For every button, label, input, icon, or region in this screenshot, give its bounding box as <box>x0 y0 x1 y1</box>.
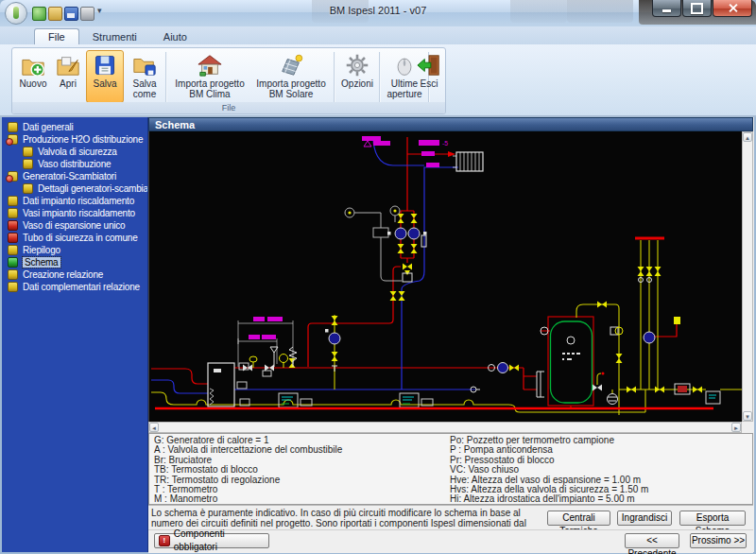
schema-panel-header: Schema <box>148 117 753 131</box>
sidebar-item-generatori-scambiatori[interactable]: Generatori-Scambiatori <box>2 170 147 182</box>
opzioni-button[interactable]: Opzioni <box>337 50 377 103</box>
exit-door-icon <box>416 51 442 79</box>
minimize-icon <box>662 9 671 12</box>
page-icon-green <box>8 257 18 268</box>
legend-left-column: G: Generatore di calore = 1 A : Valvola … <box>154 436 342 505</box>
bottom-bar: ! Componenti obbligatori << Precedente P… <box>148 529 753 553</box>
prossimo-button[interactable]: Prossimo >> <box>690 533 747 548</box>
page-icon <box>23 183 33 194</box>
scroll-right-icon[interactable]: ► <box>731 423 741 432</box>
scroll-down-icon[interactable]: ▼ <box>743 411 752 421</box>
ribbon-tab-row: File Strumenti Aiuto <box>0 26 756 44</box>
ribbon: Nuovo Apri Salva <box>0 44 756 117</box>
apri-button[interactable]: Apri <box>50 50 86 103</box>
precedente-button[interactable]: << Precedente <box>625 533 679 548</box>
legend-panel: G: Generatore di calore = 1 A : Valvola … <box>148 433 753 505</box>
schema-viewport[interactable]: -5 <box>148 131 742 422</box>
storage-tank <box>551 321 593 403</box>
page-icon <box>8 269 18 280</box>
section-icon <box>8 134 18 145</box>
importa-bm-solare-button[interactable]: Importa progetto BM Solare <box>250 50 332 103</box>
ingrandisci-button[interactable]: Ingrandisci <box>617 511 672 526</box>
section-icon <box>8 171 18 182</box>
page-icon <box>8 122 18 132</box>
sidebar-item-produzione-h2o[interactable]: Produzione H2O distribuzione <box>2 133 147 146</box>
importa-bm-clima-button[interactable]: Importa progetto BM Clima <box>169 50 250 103</box>
page-icon-red <box>8 233 18 243</box>
white-components <box>208 152 690 407</box>
house-import-icon <box>197 51 223 79</box>
window-title: BM Ispesl 2011 - v07 <box>0 5 756 16</box>
solar-panel-icon <box>278 51 304 79</box>
esporta-schema-button[interactable]: Esporta Schema <box>679 511 746 526</box>
sidebar-item-creazione-relazione[interactable]: Creazione relazione <box>2 268 147 281</box>
maximize-button[interactable] <box>682 0 712 17</box>
note-row: Lo schema è puramente indicativo. In cas… <box>148 505 753 530</box>
open-folder-icon <box>55 51 81 79</box>
sidebar-item-vaso-distribuzione[interactable]: Vaso distribuzione <box>2 158 147 170</box>
schema-vertical-scrollbar[interactable]: ▲ ▼ <box>742 131 753 422</box>
yellow-valves <box>289 214 703 393</box>
close-icon <box>728 3 738 13</box>
close-button[interactable] <box>713 0 752 17</box>
ribbon-group-file: Nuovo Apri Salva <box>11 47 446 114</box>
navigation-sidebar: Dati generali Produzione H2O distribuzio… <box>2 117 148 552</box>
svg-text:-5: -5 <box>442 140 448 147</box>
white-valves <box>214 365 602 391</box>
sidebar-item-schema[interactable]: Schema <box>2 256 147 268</box>
legend-right-column: Po: Pozzetto per termometro campione P :… <box>450 436 648 505</box>
scroll-up-icon[interactable]: ▲ <box>743 132 752 142</box>
ribbon-separator <box>165 52 167 109</box>
sidebar-item-riepilogo[interactable]: Riepilogo <box>2 244 147 256</box>
save-as-icon <box>131 51 158 79</box>
minimize-button[interactable] <box>652 0 681 17</box>
salva-come-button[interactable]: Salva come <box>124 50 165 103</box>
window-controls <box>651 0 752 17</box>
red-piping <box>151 137 677 408</box>
sidebar-item-vasi-impianto[interactable]: Vasi impianto riscaldamento <box>2 207 147 219</box>
tab-aiuto[interactable]: Aiuto <box>150 29 200 44</box>
maximize-icon <box>691 3 703 14</box>
save-floppy-icon <box>93 51 117 79</box>
sidebar-item-dati-generali[interactable]: Dati generali <box>2 121 147 133</box>
legend-entry: Hi: Altezza idrostatica dell'impianto = … <box>450 494 648 504</box>
sidebar-item-vaso-espansione-unico[interactable]: Vaso di espansione unico <box>2 219 147 232</box>
schema-horizontal-scrollbar[interactable]: ◄ ► <box>148 422 742 433</box>
sidebar-item-valvola-di-sicurezza[interactable]: Valvola di sicurezza <box>2 146 147 158</box>
ribbon-separator <box>334 52 335 109</box>
tab-file[interactable]: File <box>34 28 79 44</box>
gear-icon <box>345 51 369 79</box>
blue-piping <box>151 137 475 393</box>
ribbon-group-label: File <box>12 102 445 113</box>
sidebar-item-tubo-sicurezza[interactable]: Tubo di sicurezza in comune <box>2 232 147 244</box>
componenti-obbligatori-button[interactable]: ! Componenti obbligatori <box>154 533 269 548</box>
title-bar: ▾ BM Ispesl 2011 - v07 <box>0 0 756 27</box>
centrali-termiche-button[interactable]: Centrali Termiche <box>547 511 610 526</box>
main-content: Schema <box>148 117 754 552</box>
scroll-left-icon[interactable]: ◄ <box>149 423 159 432</box>
pumps <box>325 228 655 373</box>
salva-button[interactable]: Salva <box>86 50 124 103</box>
page-icon <box>8 245 18 255</box>
sidebar-item-dettagli-generatori[interactable]: Dettagli generatori-scambiatori <box>2 182 147 195</box>
warning-icon: ! <box>159 535 170 546</box>
nuovo-button[interactable]: Nuovo <box>14 50 52 103</box>
sidebar-item-dati-impianto[interactable]: Dati impianto riscaldamento <box>2 195 147 207</box>
page-icon <box>8 282 18 292</box>
page-icon <box>23 159 33 169</box>
page-icon <box>8 208 18 218</box>
esci-button[interactable]: Esci <box>411 50 447 103</box>
page-icon-red <box>8 220 18 231</box>
sidebar-item-dati-complementari[interactable]: Dati complementari relazione <box>2 281 147 293</box>
page-icon <box>23 147 33 157</box>
tab-strumenti[interactable]: Strumenti <box>79 29 150 44</box>
new-folder-icon <box>20 51 46 79</box>
schema-drawing: -5 <box>149 131 743 422</box>
legend-entry: M : Manometro <box>154 494 342 504</box>
componenti-obbligatori-label: Componenti obbligatori <box>174 528 268 554</box>
page-icon <box>8 196 18 206</box>
